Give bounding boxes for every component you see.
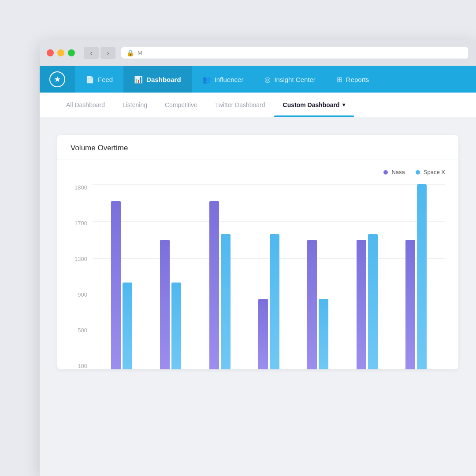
bar-spacex-6: [417, 184, 427, 369]
tab-listening[interactable]: Listening: [114, 93, 156, 117]
bar-group-3: [244, 184, 293, 369]
nav-item-insight-center[interactable]: ◎ Insight Center: [254, 66, 326, 93]
y-label-500: 500: [71, 327, 93, 334]
chart-card: Volume Overtime Nasa Space X 1800: [57, 135, 458, 369]
nav-label-dashboard: Dashboard: [146, 76, 181, 83]
tab-twitter-dashboard[interactable]: Twitter Dashboard: [206, 93, 274, 117]
logo-star-icon: ★: [49, 71, 65, 87]
bar-nasa-1: [160, 240, 170, 369]
bar-group-5: [342, 184, 391, 369]
traffic-lights: [47, 49, 75, 56]
chevron-down-icon: ▾: [342, 102, 345, 108]
legend-item-spacex: Space X: [416, 169, 445, 175]
nav-label-feed: Feed: [98, 76, 113, 83]
spacex-legend-dot: [416, 170, 420, 175]
y-label-900: 900: [71, 291, 93, 298]
nav-item-feed[interactable]: 📄 Feed: [75, 66, 123, 93]
insight-center-icon: ◎: [264, 75, 271, 84]
bar-group-4: [294, 184, 342, 369]
bar-nasa-0: [111, 201, 121, 369]
bar-nasa-3: [258, 299, 268, 369]
bar-nasa-4: [307, 240, 317, 369]
nav-logo[interactable]: ★: [40, 66, 75, 93]
chart-area: [93, 184, 445, 369]
bar-group-2: [195, 184, 244, 369]
title-bar: ‹ › 🔒 M: [40, 40, 476, 66]
spacex-legend-label: Space X: [424, 169, 445, 175]
bar-group-1: [146, 184, 195, 369]
bar-nasa-5: [357, 240, 366, 369]
legend-item-nasa: Nasa: [383, 169, 405, 175]
bar-spacex-5: [368, 234, 378, 369]
bar-spacex-2: [221, 234, 231, 369]
nav-bar: ★ 📄 Feed 📊 Dashboard 👥 Influencer ◎ Insi…: [40, 66, 476, 93]
back-button[interactable]: ‹: [84, 47, 99, 59]
close-button[interactable]: [47, 49, 54, 56]
feed-icon: 📄: [86, 75, 94, 84]
bar-nasa-2: [209, 201, 219, 369]
nav-label-reports: Reports: [346, 76, 369, 83]
url-text: M: [138, 49, 142, 56]
browser-nav-buttons: ‹ ›: [84, 47, 115, 59]
bar-spacex-1: [171, 283, 181, 369]
nav-item-influencer[interactable]: 👥 Influencer: [192, 66, 254, 93]
nav-label-insight-center: Insight Center: [274, 76, 315, 83]
chart-header: Volume Overtime: [57, 135, 458, 160]
nav-label-influencer: Influencer: [215, 76, 244, 83]
y-label-1800: 1800: [71, 184, 93, 191]
lock-icon: 🔒: [126, 49, 134, 56]
nasa-legend-label: Nasa: [391, 169, 405, 175]
chart-legend: Nasa Space X: [71, 169, 445, 175]
bar-spacex-4: [319, 299, 328, 369]
bar-nasa-6: [405, 240, 415, 369]
bar-spacex-3: [270, 234, 279, 369]
y-axis: 1800 1700 1300 900 500 100: [71, 184, 93, 369]
minimize-button[interactable]: [57, 49, 64, 56]
sub-nav: All Dashboard Listening Competitive Twit…: [40, 93, 476, 117]
maximize-button[interactable]: [68, 49, 75, 56]
nasa-legend-dot: [383, 170, 388, 175]
tab-all-dashboard[interactable]: All Dashboard: [57, 93, 114, 117]
browser-window: ‹ › 🔒 M ★ 📄 Feed 📊 Dashboard 👥 In: [40, 40, 476, 476]
bars-container: [93, 184, 445, 369]
chart-body: Nasa Space X 1800 1700 1300 900 500 100: [57, 160, 458, 369]
influencer-icon: 👥: [202, 75, 211, 84]
forward-button[interactable]: ›: [100, 47, 115, 59]
url-bar[interactable]: 🔒 M: [121, 47, 469, 59]
bar-group-0: [97, 184, 146, 369]
y-label-100: 100: [71, 363, 93, 369]
bar-chart: 1800 1700 1300 900 500 100: [71, 184, 445, 369]
dashboard-icon: 📊: [134, 75, 143, 84]
y-label-1700: 1700: [71, 220, 93, 227]
tab-custom-dashboard[interactable]: Custom Dashboard ▾: [274, 93, 354, 117]
y-label-1300: 1300: [71, 256, 93, 262]
bar-spacex-0: [123, 283, 132, 369]
chart-title: Volume Overtime: [71, 144, 445, 160]
bar-group-6: [392, 184, 441, 369]
content-area: Volume Overtime Nasa Space X 1800: [40, 117, 476, 383]
nav-items: 📄 Feed 📊 Dashboard 👥 Influencer ◎ Insigh…: [75, 66, 476, 93]
nav-item-dashboard[interactable]: 📊 Dashboard: [123, 66, 191, 93]
reports-icon: ⊞: [337, 75, 342, 84]
tab-competitive[interactable]: Competitive: [156, 93, 206, 117]
nav-item-reports[interactable]: ⊞ Reports: [326, 66, 380, 93]
